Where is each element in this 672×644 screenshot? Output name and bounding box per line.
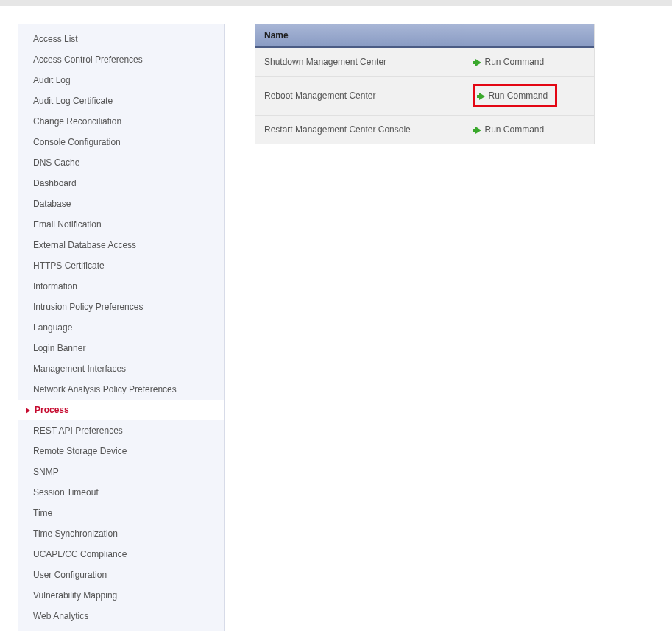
sidebar-item-label: DNS Cache xyxy=(33,158,79,168)
process-table: Name Shutdown Management Center Run Comm… xyxy=(255,24,594,144)
run-command-highlight-box: Run Command xyxy=(473,84,557,107)
run-command-wrap: Run Command xyxy=(473,123,547,136)
process-action-cell: Run Command xyxy=(464,116,594,144)
sidebar-item-process[interactable]: Process xyxy=(18,400,224,420)
sidebar-item-label: Console Configuration xyxy=(33,137,121,147)
table-row: Shutdown Management Center Run Command xyxy=(255,47,594,77)
process-action-cell: Run Command xyxy=(464,77,594,116)
sidebar-item-label: Access Control Preferences xyxy=(33,54,143,65)
sidebar-item-login-banner[interactable]: Login Banner xyxy=(18,338,224,358)
sidebar-item-label: Audit Log Certificate xyxy=(33,96,113,106)
top-strip xyxy=(0,0,672,6)
sidebar-item-intrusion-policy-preferences[interactable]: Intrusion Policy Preferences xyxy=(18,297,224,317)
sidebar-item-label: Intrusion Policy Preferences xyxy=(33,302,143,312)
sidebar-item-https-certificate[interactable]: HTTPS Certificate xyxy=(18,255,224,276)
process-name: Shutdown Management Center xyxy=(255,47,464,77)
sidebar: Access List Access Control Preferences A… xyxy=(18,24,225,631)
arrow-right-icon xyxy=(475,59,481,66)
sidebar-item-label: Vulnerability Mapping xyxy=(33,590,117,601)
run-command-link[interactable]: Run Command xyxy=(476,89,551,102)
sidebar-item-email-notification[interactable]: Email Notification xyxy=(18,214,224,235)
arrow-right-icon xyxy=(479,93,485,100)
run-command-label: Run Command xyxy=(488,91,548,101)
page-body: Access List Access Control Preferences A… xyxy=(0,6,672,631)
sidebar-item-label: SNMP xyxy=(33,467,59,477)
sidebar-item-language[interactable]: Language xyxy=(18,317,224,338)
column-header-action xyxy=(464,24,594,47)
sidebar-item-label: Time Synchronization xyxy=(33,528,118,539)
sidebar-item-audit-log[interactable]: Audit Log xyxy=(18,70,224,91)
sidebar-item-console-configuration[interactable]: Console Configuration xyxy=(18,132,224,152)
run-command-link[interactable]: Run Command xyxy=(473,55,547,68)
table-header-row: Name xyxy=(255,24,594,47)
sidebar-item-network-analysis-policy-preferences[interactable]: Network Analysis Policy Preferences xyxy=(18,379,224,400)
sidebar-item-access-list[interactable]: Access List xyxy=(18,29,224,49)
sidebar-item-label: REST API Preferences xyxy=(33,425,123,436)
run-command-label: Run Command xyxy=(484,57,544,67)
sidebar-item-rest-api-preferences[interactable]: REST API Preferences xyxy=(18,420,224,441)
sidebar-item-database[interactable]: Database xyxy=(18,194,224,214)
sidebar-item-label: Database xyxy=(33,199,71,209)
sidebar-item-remote-storage-device[interactable]: Remote Storage Device xyxy=(18,441,224,461)
sidebar-item-snmp[interactable]: SNMP xyxy=(18,461,224,482)
sidebar-item-access-control-preferences[interactable]: Access Control Preferences xyxy=(18,49,224,70)
sidebar-item-label: Login Banner xyxy=(33,343,85,353)
sidebar-item-external-database-access[interactable]: External Database Access xyxy=(18,235,224,255)
sidebar-item-label: User Configuration xyxy=(33,570,107,580)
sidebar-item-label: Audit Log xyxy=(33,75,71,85)
sidebar-item-ucapl-cc-compliance[interactable]: UCAPL/CC Compliance xyxy=(18,544,224,565)
sidebar-item-label: Dashboard xyxy=(33,178,77,188)
sidebar-item-label: Email Notification xyxy=(33,219,102,230)
sidebar-item-user-configuration[interactable]: User Configuration xyxy=(18,565,224,585)
sidebar-item-label: External Database Access xyxy=(33,240,136,250)
sidebar-item-label: Remote Storage Device xyxy=(33,446,127,456)
sidebar-item-label: Network Analysis Policy Preferences xyxy=(33,384,177,394)
sidebar-item-management-interfaces[interactable]: Management Interfaces xyxy=(18,358,224,379)
process-panel: Name Shutdown Management Center Run Comm… xyxy=(255,24,595,144)
caret-right-icon xyxy=(26,408,30,414)
sidebar-item-label: Change Reconciliation xyxy=(33,116,121,127)
table-row: Restart Management Center Console Run Co… xyxy=(255,116,594,144)
sidebar-item-audit-log-certificate[interactable]: Audit Log Certificate xyxy=(18,91,224,111)
sidebar-item-vulnerability-mapping[interactable]: Vulnerability Mapping xyxy=(18,585,224,606)
sidebar-item-label: Information xyxy=(33,281,77,291)
sidebar-item-dashboard[interactable]: Dashboard xyxy=(18,173,224,194)
sidebar-item-label: HTTPS Certificate xyxy=(33,261,105,271)
sidebar-item-label: Process xyxy=(35,405,69,415)
sidebar-item-label: Management Interfaces xyxy=(33,364,126,374)
sidebar-item-label: Access List xyxy=(33,34,78,44)
sidebar-item-change-reconciliation[interactable]: Change Reconciliation xyxy=(18,111,224,132)
sidebar-item-time-synchronization[interactable]: Time Synchronization xyxy=(18,523,224,544)
table-row: Reboot Management Center Run Command xyxy=(255,77,594,116)
run-command-link[interactable]: Run Command xyxy=(473,123,547,136)
sidebar-item-time[interactable]: Time xyxy=(18,503,224,523)
sidebar-item-dns-cache[interactable]: DNS Cache xyxy=(18,152,224,173)
process-name: Restart Management Center Console xyxy=(255,116,464,144)
process-action-cell: Run Command xyxy=(464,47,594,77)
sidebar-item-information[interactable]: Information xyxy=(18,276,224,297)
run-command-label: Run Command xyxy=(484,124,544,135)
sidebar-item-label: Language xyxy=(33,322,72,333)
sidebar-item-label: UCAPL/CC Compliance xyxy=(33,549,127,559)
sidebar-item-web-analytics[interactable]: Web Analytics xyxy=(18,606,224,626)
arrow-right-icon xyxy=(475,127,481,134)
run-command-wrap: Run Command xyxy=(473,55,547,68)
process-name: Reboot Management Center xyxy=(255,77,464,116)
sidebar-item-label: Time xyxy=(33,508,52,518)
column-header-name: Name xyxy=(255,24,464,47)
sidebar-item-label: Web Analytics xyxy=(33,611,88,621)
sidebar-item-session-timeout[interactable]: Session Timeout xyxy=(18,482,224,503)
sidebar-item-label: Session Timeout xyxy=(33,487,99,498)
